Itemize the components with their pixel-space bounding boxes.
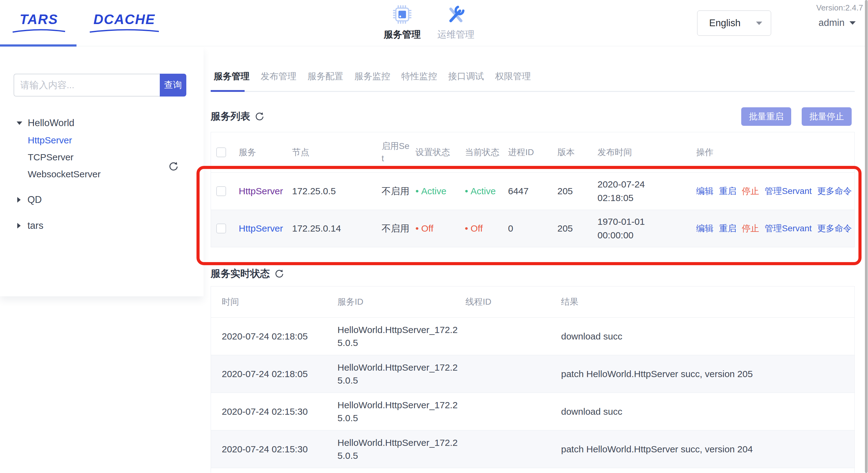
pid-cell: 0 — [508, 223, 557, 234]
col-set-state: 设置状态 — [415, 147, 465, 158]
chevron-down-icon — [849, 21, 856, 25]
realtime-status-refresh-icon[interactable] — [274, 269, 284, 279]
restart-link[interactable]: 重启 — [719, 185, 736, 197]
active-tab-underline — [211, 90, 245, 92]
table-row: HttpServer 172.25.0.5 不启用 •Active •Activ… — [211, 172, 855, 210]
chip-icon — [393, 5, 412, 25]
col-node: 节点 — [292, 147, 381, 158]
language-select[interactable]: English — [697, 10, 771, 36]
tree-node-qd[interactable]: QD — [13, 191, 204, 209]
nav-service-management[interactable]: 服务管理 — [382, 5, 423, 41]
set-state-badge: •Active — [415, 186, 465, 196]
time-cell: 2020-07-24 02:18:05 — [211, 331, 337, 342]
publish-time-cell: 2020-07-24 02:18:05 — [597, 178, 696, 205]
dcache-logo[interactable]: DCACHE — [89, 12, 160, 33]
stop-link[interactable]: 停止 — [742, 185, 759, 197]
tree-node-label: HelloWorld — [28, 118, 74, 129]
enable-set-cell: 不启用 — [381, 185, 415, 197]
stop-link[interactable]: 停止 — [742, 223, 759, 234]
version-cell: 205 — [557, 186, 597, 196]
service-id-cell: HelloWorld.HttpServer_172.25.0.5 — [337, 436, 465, 462]
service-list-refresh-icon[interactable] — [254, 112, 265, 122]
realtime-status-header: 服务实时状态 — [211, 264, 855, 284]
tools-icon — [446, 5, 465, 25]
manage-servant-link[interactable]: 管理Servant — [765, 223, 812, 234]
node-cell: 172.25.0.5 — [292, 186, 381, 196]
service-list-title: 服务列表 — [211, 110, 250, 123]
search-input[interactable] — [13, 74, 160, 96]
table-row: 2020-07-24 02:18:05 HelloWorld.HttpServe… — [211, 317, 855, 355]
vertical-scrollbar[interactable] — [865, 0, 868, 473]
batch-restart-button[interactable]: 批量重启 — [741, 107, 791, 126]
service-table: 服务 节点 启用Set 设置状态 当前状态 进程ID 版本 发布时间 操作 Ht… — [211, 132, 855, 247]
result-cell: patch HelloWorld.HttpServer succ, versio… — [561, 444, 855, 454]
service-id-cell: HelloWorld.HttpServer_172.25.0.5 — [337, 399, 465, 424]
col-publish-time: 发布时间 — [597, 146, 696, 159]
tree-node-httpserver[interactable]: HttpServer — [28, 132, 204, 149]
tree-node-tars[interactable]: tars — [13, 217, 204, 234]
realtime-status-table: 时间 服务ID 线程ID 结果 2020-07-24 02:18:05 Hell… — [211, 286, 855, 473]
user-name: admin — [819, 17, 844, 28]
edit-link[interactable]: 编辑 — [696, 185, 713, 197]
pid-cell: 6447 — [508, 186, 557, 196]
row-checkbox[interactable] — [216, 224, 226, 233]
col-operations: 操作 — [696, 147, 855, 158]
col-time: 时间 — [211, 296, 337, 308]
batch-stop-button[interactable]: 批量停止 — [802, 107, 851, 126]
caret-right-icon[interactable] — [17, 223, 21, 228]
col-enable-set: 启用Set — [381, 140, 415, 165]
header-active-indicator — [0, 44, 76, 46]
tree-refresh-icon[interactable] — [168, 161, 179, 172]
node-cell: 172.25.0.14 — [292, 223, 381, 234]
tars-logo[interactable]: TARS — [12, 12, 66, 33]
search-button[interactable]: 查询 — [160, 74, 186, 96]
tars-logo-text: TARS — [20, 12, 58, 27]
enable-set-cell: 不启用 — [381, 222, 415, 235]
time-cell: 2020-07-24 02:15:30 — [211, 406, 337, 417]
service-link[interactable]: HttpServer — [239, 223, 283, 233]
service-table-header: 服务 节点 启用Set 设置状态 当前状态 进程ID 版本 发布时间 操作 — [211, 132, 855, 172]
table-row-partial — [211, 468, 855, 473]
service-link[interactable]: HttpServer — [239, 186, 283, 196]
top-header: TARS DCACHE — [0, 0, 868, 46]
caret-down-icon[interactable] — [17, 122, 22, 125]
user-menu[interactable]: admin — [819, 17, 856, 28]
restart-link[interactable]: 重启 — [719, 223, 736, 234]
version-cell: 205 — [557, 223, 597, 234]
tree-node-helloworld[interactable]: HelloWorld — [13, 115, 204, 132]
set-state-badge: •Off — [415, 223, 465, 234]
table-row: HttpServer 172.25.0.14 不启用 •Off •Off 0 2… — [211, 210, 855, 247]
col-thread-id: 线程ID — [465, 296, 561, 308]
tree-node-label: tars — [27, 220, 43, 231]
result-cell: patch HelloWorld.HttpServer succ, versio… — [561, 369, 855, 379]
more-commands-link[interactable]: 更多命令 — [817, 223, 852, 234]
service-id-cell: HelloWorld.HttpServer_172.25.0.5 — [337, 361, 465, 387]
current-state-badge: •Off — [465, 223, 508, 234]
more-commands-link[interactable]: 更多命令 — [817, 185, 852, 197]
time-cell: 2020-07-24 02:15:30 — [211, 444, 337, 454]
row-checkbox[interactable] — [216, 186, 226, 196]
col-service-id: 服务ID — [337, 295, 465, 308]
tab-track — [211, 91, 855, 92]
col-result: 结果 — [561, 296, 855, 308]
service-tree: HelloWorld HttpServer TCPServer Websocke… — [13, 115, 204, 234]
main-content: 服务管理 发布管理 服务配置 服务监控 特性监控 接口调试 权限管理 服务列表 … — [211, 46, 855, 473]
nav-ops-management[interactable]: 运维管理 — [436, 5, 476, 41]
edit-link[interactable]: 编辑 — [696, 223, 713, 234]
realtime-table-header: 时间 服务ID 线程ID 结果 — [211, 286, 855, 317]
language-select-value: English — [709, 18, 756, 29]
col-current-state: 当前状态 — [465, 147, 508, 158]
result-cell: download succ — [561, 406, 855, 417]
dcache-logo-text: DCACHE — [93, 12, 155, 27]
col-pid: 进程ID — [508, 147, 557, 158]
caret-right-icon[interactable] — [17, 197, 21, 202]
publish-time-cell: 1970-01-01 00:00:00 — [597, 215, 696, 242]
col-version: 版本 — [557, 147, 597, 158]
nav-service-management-label: 服务管理 — [384, 28, 421, 41]
select-all-checkbox[interactable] — [216, 147, 226, 157]
chevron-down-icon — [756, 22, 762, 25]
nav-ops-management-label: 运维管理 — [437, 28, 474, 41]
result-cell: download succ — [561, 331, 855, 342]
manage-servant-link[interactable]: 管理Servant — [765, 185, 812, 197]
service-list-header: 服务列表 批量重启 批量停止 — [211, 107, 855, 126]
